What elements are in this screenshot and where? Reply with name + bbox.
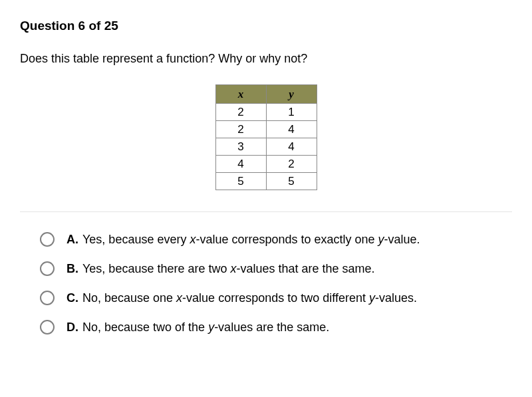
radio-icon [40,320,55,334]
table-cell: 2 [215,104,266,121]
option-label: C. [66,291,78,305]
option-b[interactable]: B. Yes, because there are two x-values t… [40,261,512,276]
option-text: Yes, because every x-value corresponds t… [82,233,420,247]
option-a[interactable]: A. Yes, because every x-value correspond… [40,232,512,247]
option-text: Yes, because there are two x-values that… [82,262,375,276]
option-text: No, because two of the y-values are the … [82,321,329,334]
table-cell: 2 [215,121,266,138]
radio-icon [40,291,55,305]
option-label: A. [66,233,78,247]
table-cell: 5 [215,173,266,190]
option-label: D. [66,321,78,334]
table-header-x: x [215,85,266,104]
table-cell: 4 [215,156,266,173]
radio-icon [40,261,55,276]
table-row: 5 5 [215,173,317,190]
divider [20,211,512,212]
option-text: No, because one x-value corresponds to t… [82,291,417,305]
question-header: Question 6 of 25 [20,19,512,33]
table-cell: 3 [215,138,266,156]
table-row: 2 4 [215,121,317,138]
table-cell: 5 [266,173,317,190]
table-row: 2 1 [215,104,317,121]
table-header-y: y [266,85,317,104]
table-row: 4 2 [215,156,317,173]
option-d[interactable]: D. No, because two of the y-values are t… [40,320,512,334]
table-wrapper: x y 2 1 2 4 3 4 4 2 5 5 [20,84,512,190]
radio-icon [40,232,55,247]
table-row: 3 4 [215,138,317,156]
option-label: B. [66,262,78,276]
options-list: A. Yes, because every x-value correspond… [20,232,512,334]
table-cell: 2 [266,156,317,173]
option-c[interactable]: C. No, because one x-value corresponds t… [40,291,512,305]
data-table: x y 2 1 2 4 3 4 4 2 5 5 [215,84,317,190]
table-cell: 4 [266,138,317,156]
question-prompt: Does this table represent a function? Wh… [20,52,512,66]
table-cell: 1 [266,104,317,121]
table-cell: 4 [266,121,317,138]
